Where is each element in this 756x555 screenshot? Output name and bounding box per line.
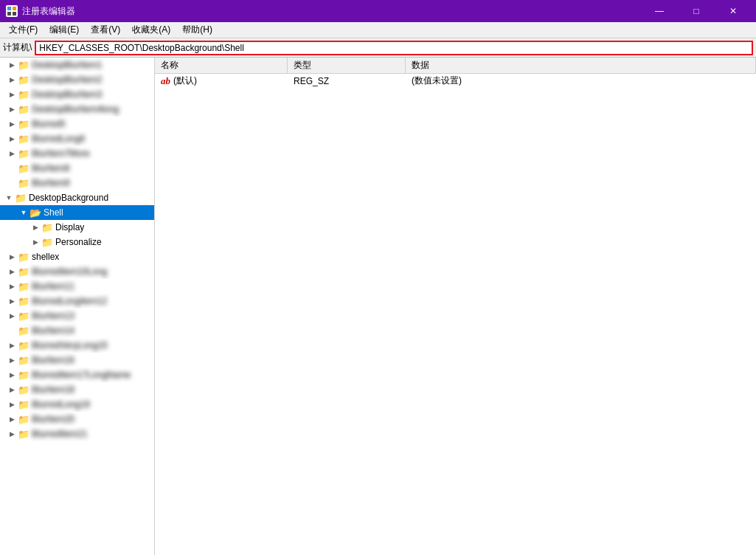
expand-icon[interactable]: ▶ [6, 59, 18, 71]
list-item[interactable]: ▶ 📁 BlurItem16 [0, 353, 154, 368]
svg-rect-2 [7, 12, 11, 15]
registry-row-default[interactable]: ab (默认) REG_SZ (数值未设置) [155, 74, 756, 89]
tree-label: BlurItem7More [32, 148, 90, 159]
list-item[interactable]: ▶ 📁 Blurred5 [0, 117, 154, 131]
list-item[interactable]: ▶ 📁 BlurItem13 [0, 308, 154, 323]
tree-label-personalize: Personalize [55, 237, 102, 247]
folder-icon: 📁 [18, 339, 30, 351]
address-input[interactable] [35, 41, 753, 55]
expand-icon[interactable]: ▶ [6, 103, 18, 115]
folder-icon: 📁 [18, 280, 30, 292]
tree-item-shell[interactable]: ▼ 📂 Shell [0, 205, 154, 220]
expand-icon[interactable] [6, 177, 18, 189]
list-item[interactable]: ▶ 📁 BlurredItem10Long [0, 264, 154, 279]
expand-icon[interactable]: ▶ [6, 413, 18, 425]
address-bar: 计算机\ [0, 38, 756, 58]
app-icon [6, 5, 18, 17]
tree-item-shellex[interactable]: ▶ 📁 shellex [0, 249, 154, 264]
reg-value-icon: ab [161, 75, 170, 87]
tree-panel: ▶ 📁 DesktopBlurItem1 ▶ 📁 DesktopBlurItem… [0, 58, 155, 555]
list-item[interactable]: 📁 BlurItem9 [0, 176, 154, 190]
folder-icon: 📁 [18, 325, 30, 337]
registry-content[interactable]: ab (默认) REG_SZ (数值未设置) [155, 74, 756, 555]
expand-icon[interactable]: ▶ [6, 310, 18, 322]
minimize-button[interactable]: — [642, 0, 676, 22]
expand-icon[interactable]: ▶ [6, 148, 18, 159]
tree-label: BlurredItem17LongName [32, 370, 131, 380]
folder-icon: 📁 [18, 413, 30, 425]
svg-rect-0 [7, 7, 11, 10]
reg-cell-type: REG_SZ [288, 76, 406, 86]
expand-icon[interactable]: ▶ [6, 295, 18, 307]
expand-icon[interactable]: ▶ [6, 354, 18, 366]
address-label-prefix: 计算机\ [3, 41, 32, 54]
expand-icon[interactable]: ▼ [18, 207, 30, 218]
list-item[interactable]: ▶ 📁 DesktopBlurItem1 [0, 58, 154, 72]
maximize-button[interactable]: □ [679, 0, 713, 22]
expand-icon[interactable]: ▶ [30, 221, 41, 233]
expand-icon[interactable]: ▶ [6, 74, 18, 86]
menu-edit[interactable]: 编辑(E) [44, 22, 85, 38]
expand-icon[interactable]: ▶ [6, 266, 18, 278]
tree-scroll[interactable]: ▶ 📁 DesktopBlurItem1 ▶ 📁 DesktopBlurItem… [0, 58, 154, 555]
folder-icon: 📁 [18, 354, 30, 366]
menu-help[interactable]: 帮助(H) [176, 22, 218, 38]
tree-item-display[interactable]: ▶ 📁 Display [0, 220, 154, 235]
list-item[interactable]: ▶ 📁 DesktopBlurItem4long [0, 102, 154, 117]
list-item[interactable]: 📁 BlurItem8 [0, 161, 154, 176]
expand-icon[interactable]: ▶ [6, 89, 18, 100]
expand-icon[interactable] [6, 162, 18, 174]
close-button[interactable]: ✕ [716, 0, 750, 22]
list-item[interactable]: ▶ 📁 BlurItem18 [0, 382, 154, 397]
tree-label: BlurItem20 [32, 414, 74, 424]
app-title: 注册表编辑器 [22, 5, 75, 18]
list-item[interactable]: ▶ 📁 BlurredLongItem12 [0, 294, 154, 308]
expand-icon[interactable]: ▶ [6, 280, 18, 292]
expand-icon[interactable]: ▶ [6, 384, 18, 396]
tree-label-shell: Shell [44, 207, 63, 218]
expand-icon[interactable]: ▶ [6, 118, 18, 130]
expand-icon[interactable]: ▶ [6, 133, 18, 145]
expand-icon[interactable]: ▶ [30, 236, 41, 248]
folder-icon: 📁 [18, 118, 30, 130]
list-item[interactable]: ▶ 📁 BlurItem11 [0, 279, 154, 294]
tree-item-personalize[interactable]: ▶ 📁 Personalize [0, 235, 154, 249]
list-item[interactable]: ▶ 📁 BlurredItem17LongName [0, 368, 154, 382]
expand-icon[interactable]: ▶ [6, 399, 18, 410]
list-item[interactable]: ▶ 📁 BlurredLong6 [0, 131, 154, 146]
tree-label: BlurredLongItem12 [32, 296, 107, 306]
expand-icon[interactable]: ▶ [6, 251, 18, 263]
folder-icon: 📁 [18, 310, 30, 322]
list-item[interactable]: ▶ 📁 BlurItem7More [0, 146, 154, 161]
list-item[interactable]: ▶ 📁 DesktopBlurItem2 [0, 72, 154, 87]
folder-icon: 📁 [41, 236, 53, 248]
list-item[interactable]: ▶ 📁 DesktopBlurItem3 [0, 87, 154, 102]
folder-icon: 📁 [15, 192, 27, 204]
folder-icon-open: 📂 [30, 207, 41, 218]
expand-icon[interactable]: ▼ [3, 192, 15, 204]
svg-rect-1 [13, 7, 16, 10]
menu-favorites[interactable]: 收藏夹(A) [126, 22, 176, 38]
tree-label: BlurItem11 [32, 281, 74, 292]
folder-icon: 📁 [18, 133, 30, 145]
folder-icon: 📁 [18, 295, 30, 307]
list-item[interactable]: ▶ 📁 BlurredVeryLong15 [0, 338, 154, 353]
list-item[interactable]: 📁 BlurItem14 [0, 323, 154, 338]
list-item[interactable]: ▶ 📁 BlurredLong19 [0, 397, 154, 412]
folder-icon: 📁 [41, 221, 53, 233]
expand-icon[interactable] [6, 325, 18, 337]
list-item[interactable]: ▶ 📁 BlurItem20 [0, 412, 154, 427]
tree-item-desktopbackground[interactable]: ▼ 📁 DesktopBackground [0, 190, 154, 205]
folder-icon: 📁 [18, 74, 30, 86]
menu-file[interactable]: 文件(F) [3, 22, 44, 38]
folder-icon: 📁 [18, 89, 30, 100]
expand-icon[interactable]: ▶ [6, 339, 18, 351]
folder-icon: 📁 [18, 399, 30, 410]
expand-icon[interactable]: ▶ [6, 428, 18, 440]
menu-view[interactable]: 查看(V) [85, 22, 126, 38]
list-item[interactable]: ▶ 📁 BlurredItem21 [0, 427, 154, 441]
folder-icon: 📁 [18, 428, 30, 440]
expand-icon[interactable]: ▶ [6, 369, 18, 381]
folder-icon: 📁 [18, 59, 30, 71]
column-headers: 名称 类型 数据 [155, 58, 756, 74]
